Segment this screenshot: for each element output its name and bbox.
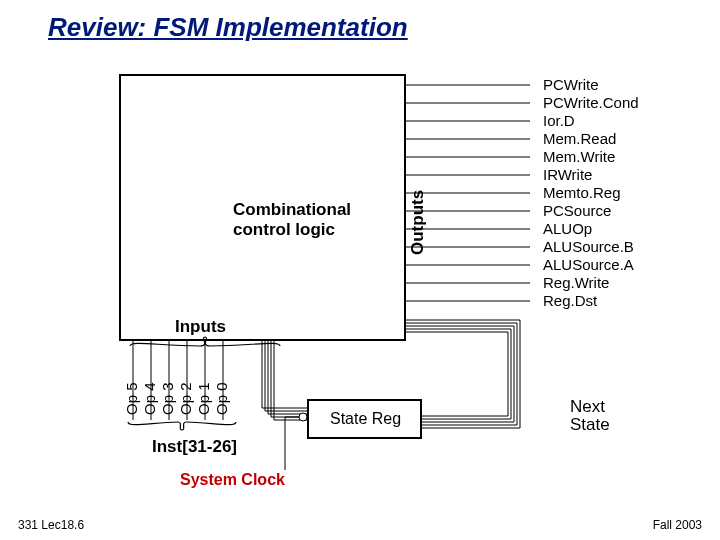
- output-6: Memto.Reg: [543, 184, 621, 201]
- output-bus: [262, 85, 530, 428]
- fsm-diagram: Combinational control logic Outputs PCWr…: [0, 50, 720, 520]
- inputs-label: Inputs: [175, 317, 226, 336]
- combo-label-1: Combinational: [233, 200, 351, 219]
- outputs-label: Outputs: [408, 190, 427, 255]
- output-7: PCSource: [543, 202, 611, 219]
- system-clock-label: System Clock: [180, 471, 285, 488]
- combo-label-2: control logic: [233, 220, 335, 239]
- output-11: Reg.Write: [543, 274, 609, 291]
- op-brace: [128, 422, 236, 430]
- op-label-1: Op 1: [195, 382, 212, 415]
- output-3: Mem.Read: [543, 130, 616, 147]
- op-label-3: Op 3: [159, 382, 176, 415]
- state-reg-label: State Reg: [330, 410, 401, 427]
- op-label-4: Op 4: [141, 382, 158, 415]
- output-12: Reg.Dst: [543, 292, 598, 309]
- next-label: Next: [570, 397, 605, 416]
- footer-right: Fall 2003: [653, 518, 702, 532]
- output-4: Mem.Write: [543, 148, 615, 165]
- op-label-2: Op 2: [177, 382, 194, 415]
- output-2: Ior.D: [543, 112, 575, 129]
- op-label-0: Op 0: [213, 382, 230, 415]
- inst-label: Inst[31-26]: [152, 437, 237, 456]
- state-label: State: [570, 415, 610, 434]
- output-1: PCWrite.Cond: [543, 94, 639, 111]
- output-9: ALUSource.B: [543, 238, 634, 255]
- clock-bubble: [299, 413, 307, 421]
- output-8: ALUOp: [543, 220, 592, 237]
- output-10: ALUSource.A: [543, 256, 634, 273]
- output-5: IRWrite: [543, 166, 592, 183]
- op-label-5: Op 5: [123, 382, 140, 415]
- footer-left: 331 Lec18.6: [18, 518, 84, 532]
- output-0: PCWrite: [543, 76, 599, 93]
- slide-title: Review: FSM Implementation: [48, 12, 408, 43]
